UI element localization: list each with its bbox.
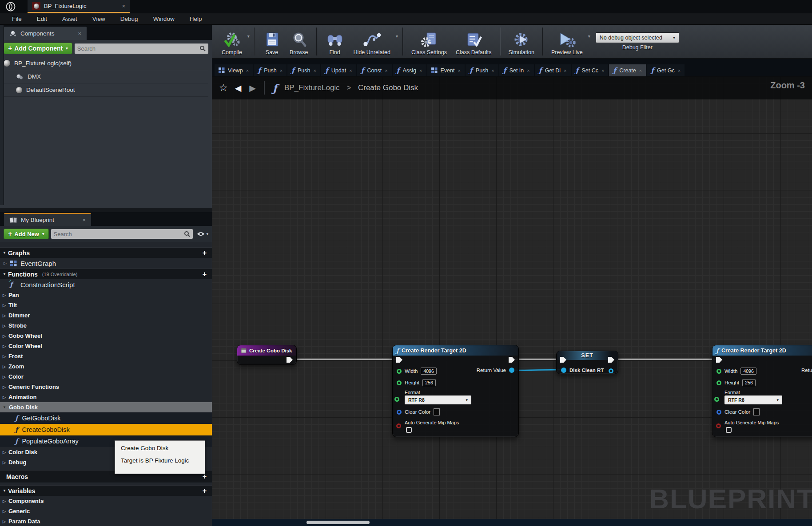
breadcrumb-current[interactable]: Create Gobo Disk bbox=[358, 83, 418, 92]
close-icon[interactable]: × bbox=[82, 217, 86, 223]
menu-debug[interactable]: Debug bbox=[113, 16, 146, 22]
exec-in-pin[interactable] bbox=[396, 357, 402, 363]
function-creategobodisk[interactable]: ƒ CreateGoboDisk bbox=[0, 424, 212, 435]
bool-pin[interactable] bbox=[396, 423, 401, 428]
pin-row-height[interactable]: Height 256 bbox=[716, 379, 756, 386]
graph-tab-push-3[interactable]: ƒPush× bbox=[466, 64, 498, 76]
pin-row-return-value[interactable]: Return bbox=[801, 368, 812, 373]
graph-tab-update[interactable]: ƒUpdat× bbox=[321, 64, 356, 76]
format-dropdown[interactable]: RTF R8 ▾ bbox=[405, 395, 471, 404]
pin-row-height[interactable]: Height 256 bbox=[397, 379, 436, 386]
graph-tab-set-color[interactable]: ƒSet Cc× bbox=[572, 64, 609, 76]
category-pan[interactable]: ▷Pan bbox=[0, 290, 212, 300]
list-item-constructionscript[interactable]: ƒ ↗ ConstructionScript bbox=[0, 279, 212, 290]
tree-row-self[interactable]: BP_FixtureLogic(self) bbox=[4, 57, 208, 70]
add-variable-button[interactable]: + bbox=[203, 487, 208, 495]
close-icon[interactable]: × bbox=[491, 68, 494, 73]
color-swatch[interactable] bbox=[753, 408, 760, 415]
nav-back-icon[interactable]: ◀ bbox=[235, 83, 242, 93]
node-create-render-target-2d-2[interactable]: ƒ Create Render Target 2D Width 4096 Ret… bbox=[712, 345, 812, 437]
category-strobe[interactable]: ▷Strobe bbox=[0, 320, 212, 331]
bool-pin[interactable] bbox=[716, 423, 721, 428]
enum-pin[interactable] bbox=[714, 397, 719, 402]
close-icon[interactable]: × bbox=[246, 68, 249, 73]
class-defaults-button[interactable]: Class Defaults bbox=[451, 25, 496, 58]
section-variables[interactable]: ▼ Variables + bbox=[0, 485, 212, 496]
category-animation[interactable]: ▷Animation bbox=[0, 392, 212, 402]
close-icon[interactable]: × bbox=[527, 68, 529, 73]
tree-row-dmx[interactable]: DMX bbox=[4, 70, 208, 83]
close-icon[interactable]: × bbox=[564, 68, 566, 73]
pin-row-width[interactable]: Width 4096 bbox=[397, 368, 437, 375]
close-icon[interactable]: × bbox=[639, 68, 642, 73]
menu-file[interactable]: File bbox=[4, 16, 29, 22]
mipmaps-checkbox[interactable] bbox=[406, 427, 412, 433]
object-pin-out[interactable] bbox=[609, 368, 613, 373]
mipmaps-checkbox[interactable] bbox=[726, 427, 732, 433]
breadcrumb-root[interactable]: BP_FixtureLogic bbox=[284, 83, 340, 92]
hide-unrelated-button[interactable]: Hide Unrelated bbox=[349, 25, 395, 58]
section-functions[interactable]: ▼ Functions (19 Overridable) + bbox=[0, 269, 212, 279]
section-graphs[interactable]: ▼ Graphs + bbox=[0, 247, 212, 258]
height-value-input[interactable]: 256 bbox=[742, 379, 756, 386]
tab-components[interactable]: Components × bbox=[4, 27, 87, 40]
add-function-button[interactable]: + bbox=[203, 270, 208, 278]
color-pin[interactable] bbox=[397, 410, 402, 415]
node-create-render-target-2d-1[interactable]: ƒ Create Render Target 2D Width 4096 Ret… bbox=[392, 345, 519, 437]
width-value-input[interactable]: 4096 bbox=[421, 368, 436, 375]
category-generic-functions[interactable]: ▷Generic Functions bbox=[0, 382, 212, 392]
collapsed-icon[interactable]: ▷ bbox=[4, 261, 7, 265]
graph-tab-set-in[interactable]: ƒSet In× bbox=[499, 64, 534, 76]
graph-tab-get-gobo[interactable]: ƒGet Gc× bbox=[647, 64, 685, 76]
add-graph-button[interactable]: + bbox=[203, 249, 208, 257]
list-item-eventgraph[interactable]: ▷ EventGraph bbox=[0, 258, 212, 269]
chevron-down-icon[interactable]: ▾ bbox=[588, 34, 590, 39]
close-icon[interactable]: × bbox=[419, 68, 422, 73]
function-getgobodisk[interactable]: ƒ GetGoboDisk bbox=[0, 412, 212, 424]
color-swatch[interactable] bbox=[434, 408, 440, 415]
browse-button[interactable]: Browse bbox=[285, 25, 313, 58]
category-zoom[interactable]: ▷Zoom bbox=[0, 361, 212, 372]
horizontal-scrollbar[interactable] bbox=[306, 521, 370, 524]
close-icon[interactable]: × bbox=[458, 68, 460, 73]
graph-canvas[interactable]: ☆ ◀ ▶ ƒ BP_FixtureLogic > Create Gobo Di… bbox=[212, 76, 812, 526]
graph-tab-viewport[interactable]: Viewp× bbox=[215, 64, 253, 76]
node-create-gobo-disk[interactable]: Create Gobo Disk bbox=[237, 345, 297, 365]
graph-tab-construct[interactable]: ƒConst× bbox=[357, 64, 392, 76]
simulation-button[interactable]: Simulation bbox=[504, 25, 539, 58]
close-icon[interactable]: × bbox=[122, 3, 125, 9]
menu-help[interactable]: Help bbox=[182, 16, 210, 22]
unreal-logo-icon[interactable] bbox=[0, 0, 21, 13]
nav-forward-icon[interactable]: ▶ bbox=[249, 83, 256, 93]
int-pin[interactable] bbox=[716, 369, 721, 374]
format-dropdown[interactable]: RTF R8 ▾ bbox=[724, 395, 782, 404]
graph-tab-get-disk[interactable]: ƒGet Dl× bbox=[535, 64, 571, 76]
compile-button[interactable]: Compile bbox=[217, 25, 247, 58]
graph-tab-push-2[interactable]: ƒPush× bbox=[287, 64, 320, 76]
category-frost[interactable]: ▷Frost bbox=[0, 351, 212, 361]
pin-row-clear-color[interactable]: Clear Color bbox=[397, 408, 440, 415]
width-value-input[interactable]: 4096 bbox=[740, 368, 756, 375]
menu-edit[interactable]: Edit bbox=[29, 16, 55, 22]
close-icon[interactable]: × bbox=[280, 68, 283, 73]
preview-live-button[interactable]: Preview Live bbox=[547, 25, 587, 58]
graph-tab-assign[interactable]: ƒAssig× bbox=[393, 64, 426, 76]
color-pin[interactable] bbox=[716, 410, 721, 415]
save-button[interactable]: Save bbox=[259, 25, 285, 58]
chevron-down-icon[interactable]: ▾ bbox=[247, 34, 250, 39]
category-components[interactable]: ▷Components bbox=[0, 496, 212, 506]
category-color[interactable]: ▷Color bbox=[0, 372, 212, 382]
close-icon[interactable]: × bbox=[313, 68, 316, 73]
tab-my-blueprint[interactable]: My Blueprint × bbox=[4, 213, 91, 226]
graph-tab-event[interactable]: Event× bbox=[427, 64, 465, 76]
category-generic[interactable]: ▷Generic bbox=[0, 506, 212, 516]
close-icon[interactable]: × bbox=[349, 68, 352, 73]
category-dimmer[interactable]: ▷Dimmer bbox=[0, 310, 212, 320]
object-pin-in[interactable] bbox=[561, 368, 566, 373]
menu-window[interactable]: Window bbox=[146, 16, 182, 22]
height-value-input[interactable]: 256 bbox=[422, 379, 436, 386]
enum-pin[interactable] bbox=[394, 397, 399, 402]
close-icon[interactable]: × bbox=[678, 68, 681, 73]
category-color-wheel[interactable]: ▷Color Wheel bbox=[0, 341, 212, 351]
int-pin[interactable] bbox=[397, 369, 402, 374]
